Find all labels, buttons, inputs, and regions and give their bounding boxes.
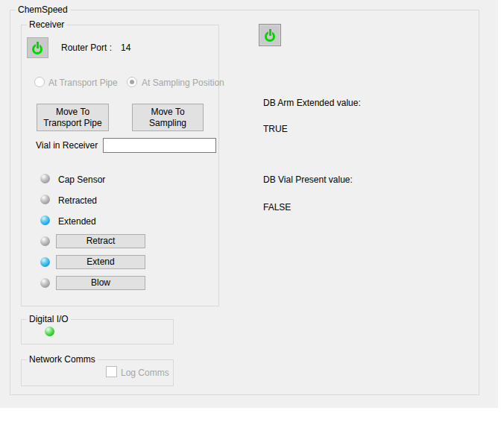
move-to-sampling-line2: Sampling bbox=[149, 118, 186, 129]
router-port-label: Router Port : bbox=[61, 42, 112, 53]
radio-at-transport-pipe-label: At Transport Pipe bbox=[48, 78, 118, 88]
blow-button-label: Blow bbox=[91, 277, 110, 289]
log-comms-label: Log Comms bbox=[121, 368, 169, 378]
db-arm-extended-value: TRUE bbox=[263, 124, 288, 134]
cap-sensor-led-icon bbox=[40, 174, 50, 183]
vial-in-receiver-input[interactable] bbox=[103, 138, 216, 153]
retracted-led-icon bbox=[40, 195, 50, 204]
power-icon bbox=[264, 29, 277, 42]
radio-at-sampling-position-label: At Sampling Position bbox=[142, 78, 224, 88]
blow-button[interactable]: Blow bbox=[56, 276, 145, 290]
vial-in-receiver-label: Vial in Receiver bbox=[36, 140, 98, 151]
radio-at-sampling-position[interactable] bbox=[127, 77, 137, 87]
extend-button[interactable]: Extend bbox=[56, 255, 145, 269]
receiver-power-button[interactable] bbox=[27, 37, 48, 58]
chemspeed-groupbox-title: ChemSpeed bbox=[16, 4, 70, 15]
digital-io-led-icon bbox=[45, 327, 54, 336]
receiver-groupbox-title: Receiver bbox=[27, 19, 66, 30]
digital-io-groupbox: Digital I/O bbox=[21, 319, 174, 344]
retract-led-icon bbox=[40, 236, 50, 246]
digital-io-groupbox-title: Digital I/O bbox=[27, 314, 71, 324]
main-power-button[interactable] bbox=[259, 24, 281, 46]
radio-at-transport-pipe[interactable] bbox=[34, 77, 45, 87]
move-to-sampling-line1: Move To bbox=[151, 107, 184, 118]
db-arm-extended-label: DB Arm Extended value: bbox=[263, 98, 361, 108]
blow-led-icon bbox=[40, 278, 50, 288]
retract-button-label: Retract bbox=[86, 236, 116, 247]
move-to-transport-pipe-button[interactable]: Move To Transport Pipe bbox=[37, 104, 109, 131]
move-to-sampling-button[interactable]: Move To Sampling bbox=[132, 104, 204, 131]
move-to-transport-pipe-line2: Transport Pipe bbox=[43, 118, 101, 129]
extend-led-icon bbox=[40, 257, 50, 267]
db-vial-present-label: DB Vial Present value: bbox=[263, 174, 353, 185]
move-to-transport-pipe-line1: Move To bbox=[56, 107, 89, 118]
network-comms-groupbox-title: Network Comms bbox=[27, 354, 98, 365]
cap-sensor-label: Cap Sensor bbox=[58, 174, 105, 185]
power-icon bbox=[31, 42, 44, 54]
form-background: ChemSpeed Receiver Router Port : 14 At T… bbox=[0, 0, 498, 408]
log-comms-checkbox[interactable] bbox=[106, 366, 117, 377]
retracted-label: Retracted bbox=[58, 195, 97, 206]
db-vial-present-value: FALSE bbox=[263, 202, 291, 212]
extended-led-icon bbox=[40, 215, 50, 225]
extend-button-label: Extend bbox=[86, 256, 114, 268]
retract-button[interactable]: Retract bbox=[56, 234, 145, 248]
router-port-value: 14 bbox=[121, 42, 130, 53]
extended-label: Extended bbox=[58, 216, 96, 227]
